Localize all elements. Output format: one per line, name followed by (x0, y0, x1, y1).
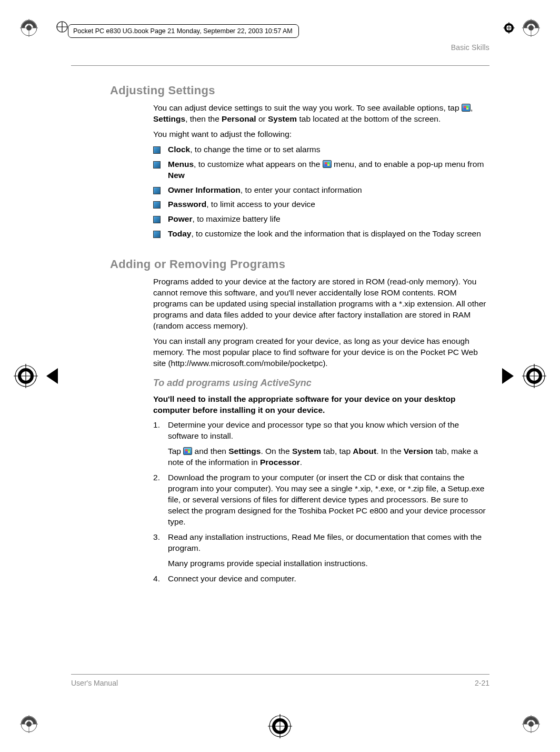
heading-activesync: To add programs using ActiveSync (153, 378, 489, 389)
list-item: Download the program to your computer (o… (153, 472, 488, 528)
step1-detail: Tap and then Settings. On the System tab… (168, 446, 488, 468)
para-adding-1: Programs added to your device at the fac… (153, 276, 488, 332)
footer-page-number: 2-21 (475, 679, 489, 687)
list-item: Today, to customize the look and the inf… (153, 229, 488, 240)
heading-adding-removing: Adding or Removing Programs (110, 258, 489, 271)
header-rule (71, 65, 489, 66)
footer-rule (71, 674, 489, 675)
para-adjusting-intro: You can adjust device settings to suit t… (153, 103, 488, 125)
list-item: Menus, to customize what appears on the … (153, 159, 488, 181)
registration-arrow-icon (503, 22, 515, 34)
running-header: Basic Skills (71, 43, 489, 52)
crop-mark-icon (20, 715, 38, 733)
settings-list: Clock, to change the time or to set alar… (153, 144, 488, 240)
document-meta-text: Pocket PC e830 UG.book Page 21 Monday, S… (73, 27, 293, 35)
list-item: Power, to maximize battery life (153, 214, 488, 225)
registration-mark-icon (14, 364, 38, 388)
document-meta-frame: Pocket PC e830 UG.book Page 21 Monday, S… (68, 24, 299, 38)
activesync-steps: Determine your device and processor type… (153, 420, 488, 584)
registration-arrow-icon (502, 368, 514, 384)
para-activesync-lead: You'll need to install the appropriate s… (153, 394, 488, 416)
list-item: Connect your device and computer. (153, 573, 488, 585)
start-menu-icon (462, 104, 471, 112)
page-footer: User's Manual 2-21 (71, 674, 489, 687)
list-item: Read any installation instructions, Read… (153, 532, 488, 569)
registration-arrow-icon (46, 368, 58, 384)
start-menu-icon (323, 160, 332, 168)
crop-mark-icon (522, 19, 540, 37)
crop-mark-icon (20, 19, 38, 37)
list-item: Password, to limit access to your device (153, 199, 488, 210)
para-adding-2: You can install any program created for … (153, 336, 488, 369)
list-item: Clock, to change the time or to set alar… (153, 144, 488, 155)
heading-adjusting-settings: Adjusting Settings (110, 84, 489, 97)
page-content: Basic Skills Adjusting Settings You can … (71, 43, 489, 588)
step3-detail: Many programs provide special installati… (168, 558, 488, 569)
registration-mark-icon (522, 364, 546, 388)
list-item: Owner Information, to enter your contact… (153, 185, 488, 196)
list-item: Determine your device and processor type… (153, 420, 488, 468)
crop-mark-icon (522, 715, 540, 733)
para-adjusting-lead: You might want to adjust the following: (153, 129, 488, 140)
registration-mark-icon (268, 714, 292, 738)
footer-left: User's Manual (71, 679, 118, 687)
start-menu-icon (183, 447, 192, 455)
